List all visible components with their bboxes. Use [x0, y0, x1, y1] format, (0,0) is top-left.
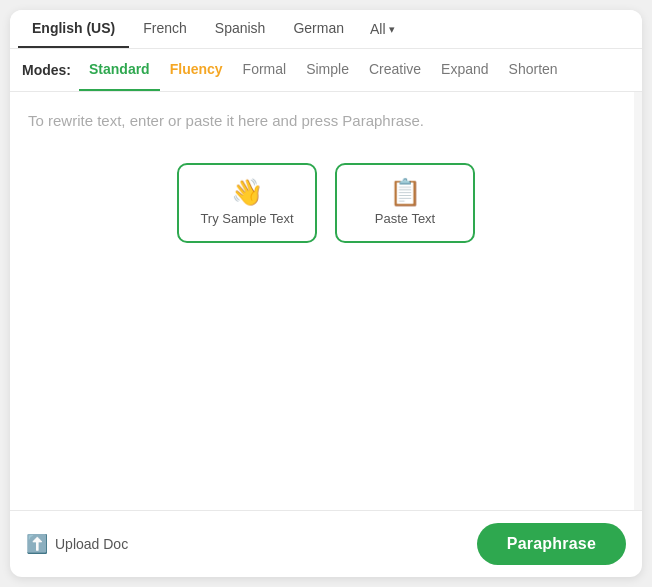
lang-tab-french[interactable]: French: [129, 10, 201, 48]
upload-doc-button[interactable]: ⬆️ Upload Doc: [26, 533, 128, 555]
mode-tab-shorten[interactable]: Shorten: [499, 49, 568, 91]
scrollbar[interactable]: [634, 92, 642, 510]
main-card: English (US) French Spanish German All ▾…: [10, 10, 642, 577]
text-input-area[interactable]: To rewrite text, enter or paste it here …: [10, 92, 642, 510]
try-sample-text-button[interactable]: 👋 Try Sample Text: [177, 163, 317, 243]
mode-tabs: Modes: Standard Fluency Formal Simple Cr…: [10, 49, 642, 92]
mode-tab-fluency[interactable]: Fluency: [160, 49, 233, 91]
upload-doc-label: Upload Doc: [55, 536, 128, 552]
all-dropdown-label: All: [370, 21, 386, 37]
upload-cloud-icon: ⬆️: [26, 533, 48, 555]
paraphrase-button[interactable]: Paraphrase: [477, 523, 626, 565]
mode-tab-formal[interactable]: Formal: [233, 49, 297, 91]
center-action-buttons: 👋 Try Sample Text 📋 Paste Text: [28, 133, 624, 263]
lang-tab-english[interactable]: English (US): [18, 10, 129, 48]
mode-tab-standard[interactable]: Standard: [79, 49, 160, 91]
wave-hand-icon: 👋: [231, 179, 263, 205]
chevron-down-icon: ▾: [389, 23, 395, 36]
mode-tab-expand[interactable]: Expand: [431, 49, 498, 91]
paste-text-label: Paste Text: [375, 211, 435, 226]
lang-tab-spanish[interactable]: Spanish: [201, 10, 280, 48]
language-tabs: English (US) French Spanish German All ▾: [10, 10, 642, 49]
clipboard-icon: 📋: [389, 179, 421, 205]
placeholder-text: To rewrite text, enter or paste it here …: [28, 110, 624, 133]
paste-text-button[interactable]: 📋 Paste Text: [335, 163, 475, 243]
outer-container: English (US) French Spanish German All ▾…: [0, 0, 652, 587]
bottom-bar: ⬆️ Upload Doc Paraphrase: [10, 510, 642, 577]
mode-tab-simple[interactable]: Simple: [296, 49, 359, 91]
modes-label: Modes:: [22, 62, 71, 78]
mode-tab-creative[interactable]: Creative: [359, 49, 431, 91]
lang-tab-german[interactable]: German: [279, 10, 358, 48]
all-languages-dropdown[interactable]: All ▾: [360, 11, 405, 47]
sample-text-label: Try Sample Text: [200, 211, 293, 226]
